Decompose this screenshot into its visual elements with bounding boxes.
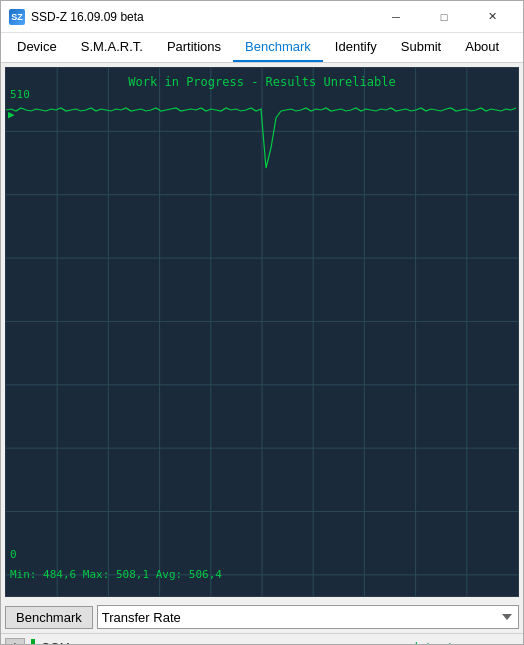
close-button[interactable]: ✕ <box>469 1 515 33</box>
menu-item-smart[interactable]: S.M.A.R.T. <box>69 33 155 62</box>
maximize-button[interactable]: □ <box>421 1 467 33</box>
bottom-toolbar: Benchmark Transfer Rate IOPS Access Time <box>1 601 523 633</box>
svg-text:Work in Progress - Results Unr: Work in Progress - Results Unreliable <box>128 75 395 89</box>
app-icon: SZ <box>9 9 25 25</box>
menu-item-about[interactable]: About <box>453 33 511 62</box>
benchmark-button[interactable]: Benchmark <box>5 606 93 629</box>
status-bar: ℹ GGM www.ssd-tester.com.au <box>1 633 523 645</box>
drive-label: GGM <box>41 641 361 646</box>
menu-item-identify[interactable]: Identify <box>323 33 389 62</box>
chart-container: Work in Progress - Results Unreliable 51… <box>5 67 519 597</box>
menu-item-device[interactable]: Device <box>5 33 69 62</box>
menu-item-benchmark[interactable]: Benchmark <box>233 33 323 62</box>
website-url: www.ssd-tester.com.au <box>367 641 519 646</box>
svg-text:510: 510 <box>10 88 30 101</box>
menu-bar: Device S.M.A.R.T. Partitions Benchmark I… <box>1 33 523 63</box>
chart-type-dropdown[interactable]: Transfer Rate IOPS Access Time <box>97 605 519 629</box>
title-bar: SZ SSD-Z 16.09.09 beta ─ □ ✕ <box>1 1 523 33</box>
svg-text:Min: 484,6  Max: 508,1  Avg: 5: Min: 484,6 Max: 508,1 Avg: 506,4 <box>10 568 222 581</box>
chart-svg: Work in Progress - Results Unreliable 51… <box>6 68 518 596</box>
window-frame: SZ SSD-Z 16.09.09 beta ─ □ ✕ Device S.M.… <box>0 0 524 645</box>
minimize-button[interactable]: ─ <box>373 1 419 33</box>
window-title: SSD-Z 16.09.09 beta <box>31 10 144 24</box>
drive-indicator <box>31 639 35 646</box>
window-controls: ─ □ ✕ <box>373 1 515 33</box>
svg-text:0: 0 <box>10 548 17 561</box>
title-bar-left: SZ SSD-Z 16.09.09 beta <box>9 9 144 25</box>
menu-item-submit[interactable]: Submit <box>389 33 453 62</box>
info-icon[interactable]: ℹ <box>5 638 25 646</box>
menu-item-partitions[interactable]: Partitions <box>155 33 233 62</box>
